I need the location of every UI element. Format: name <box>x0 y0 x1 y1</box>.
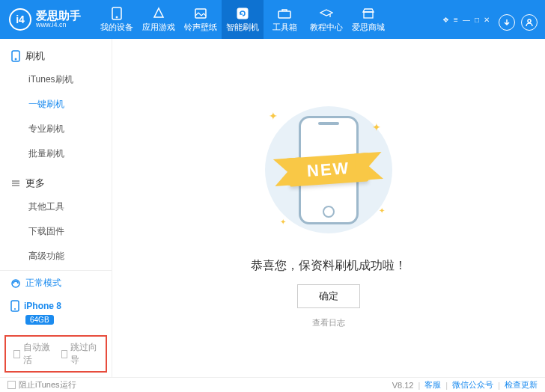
sidebar-head-flash[interactable]: 刷机 <box>0 45 112 67</box>
header: i4 爱思助手 www.i4.cn 我的设备 应用游戏 铃声壁纸 智能刷机 工具… <box>0 0 545 39</box>
sidebar-section-flash: 刷机 iTunes刷机 一键刷机 专业刷机 批量刷机 <box>0 45 112 166</box>
sidebar-item-onekey-flash[interactable]: 一键刷机 <box>0 92 112 117</box>
sidebar-head-more[interactable]: 更多 <box>0 172 112 195</box>
checkbox-icon <box>61 350 68 358</box>
nav-ringtones[interactable]: 铃声壁纸 <box>180 0 222 39</box>
support-link[interactable]: 客服 <box>424 379 441 391</box>
logo[interactable]: i4 爱思助手 www.i4.cn <box>0 8 90 31</box>
sidebar-item-advanced[interactable]: 高级功能 <box>0 244 112 269</box>
sidebar-section-more: 更多 其他工具 下载固件 高级功能 <box>0 172 112 269</box>
skip-guide-checkbox[interactable]: 跳过向导 <box>61 341 99 367</box>
success-message: 恭喜您，保资料刷机成功啦！ <box>251 258 407 274</box>
user-button[interactable] <box>521 14 538 31</box>
device-name: iPhone 8 <box>24 301 61 311</box>
sidebar-item-other-tools[interactable]: 其他工具 <box>0 195 112 219</box>
new-ribbon: NEW <box>288 153 369 186</box>
sidebar-item-download-firmware[interactable]: 下载固件 <box>0 219 112 244</box>
success-illustration: ✦ ✦ ✦ ✦ NEW <box>239 95 418 245</box>
close-icon[interactable]: ✕ <box>484 16 490 24</box>
svg-point-8 <box>15 58 16 60</box>
device-icon <box>10 300 19 312</box>
header-right: ❖ ≡ — □ ✕ <box>442 8 545 31</box>
mode-selector[interactable]: 正常模式 <box>0 271 112 295</box>
svg-point-14 <box>14 308 16 310</box>
svg-rect-4 <box>278 11 290 18</box>
menu-icon[interactable]: ≡ <box>454 16 458 24</box>
auto-activate-checkbox[interactable]: 自动激活 <box>13 341 51 367</box>
brand-url: www.i4.cn <box>36 22 81 29</box>
view-log-link[interactable]: 查看日志 <box>312 317 345 328</box>
sidebar: 刷机 iTunes刷机 一键刷机 专业刷机 批量刷机 更多 其他工具 下载固件 … <box>0 39 112 377</box>
maximize-icon[interactable]: □ <box>475 16 479 24</box>
main-content: ✦ ✦ ✦ ✦ NEW 恭喜您，保资料刷机成功啦！ 确定 查看日志 <box>112 39 545 377</box>
checkbox-icon <box>13 350 20 358</box>
logo-icon: i4 <box>9 8 31 31</box>
svg-rect-5 <box>364 12 373 18</box>
prevent-itunes-checkbox[interactable]: 阻止iTunes运行 <box>7 379 76 391</box>
sidebar-item-itunes-flash[interactable]: iTunes刷机 <box>0 67 112 92</box>
sidebar-bottom: 正常模式 iPhone 8 64GB 自动激活 跳过向导 <box>0 270 112 377</box>
toolbox-icon <box>278 7 291 20</box>
body: 刷机 iTunes刷机 一键刷机 专业刷机 批量刷机 更多 其他工具 下载固件 … <box>0 39 545 377</box>
nav-apps[interactable]: 应用游戏 <box>138 0 180 39</box>
device-info[interactable]: iPhone 8 64GB <box>0 295 112 332</box>
nav-toolbox[interactable]: 工具箱 <box>264 0 305 39</box>
download-button[interactable] <box>499 14 515 31</box>
nav-store[interactable]: 爱思商城 <box>347 0 389 39</box>
activation-options: 自动激活 跳过向导 <box>4 335 107 373</box>
nav-flash[interactable]: 智能刷机 <box>222 0 264 39</box>
store-icon <box>362 7 375 20</box>
phone-icon <box>110 7 124 20</box>
brand-name: 爱思助手 <box>36 10 81 22</box>
nav-tutorials[interactable]: 教程中心 <box>305 0 347 39</box>
svg-point-6 <box>528 19 531 22</box>
sidebar-item-batch-flash[interactable]: 批量刷机 <box>0 141 112 166</box>
graduation-icon <box>320 7 333 20</box>
footer: 阻止iTunes运行 V8.12 | 客服 | 微信公众号 | 检查更新 <box>0 377 545 392</box>
sidebar-item-pro-flash[interactable]: 专业刷机 <box>0 117 112 141</box>
settings-icon[interactable]: ❖ <box>442 16 449 24</box>
image-icon <box>194 7 207 20</box>
svg-point-1 <box>116 16 118 18</box>
wechat-link[interactable]: 微信公众号 <box>452 379 493 391</box>
svg-rect-3 <box>237 8 248 19</box>
refresh-icon <box>236 7 249 20</box>
apps-icon <box>152 7 165 20</box>
nav-my-device[interactable]: 我的设备 <box>96 0 138 39</box>
checkbox-icon <box>7 381 16 389</box>
confirm-button[interactable]: 确定 <box>297 284 360 308</box>
svg-rect-2 <box>195 9 206 18</box>
window-controls: ❖ ≡ — □ ✕ <box>442 16 490 24</box>
version-label: V8.12 <box>392 381 414 390</box>
storage-badge: 64GB <box>25 315 54 325</box>
minimize-icon[interactable]: — <box>463 16 470 24</box>
nav-bar: 我的设备 应用游戏 铃声壁纸 智能刷机 工具箱 教程中心 爱思商城 <box>96 0 389 39</box>
update-link[interactable]: 检查更新 <box>505 379 538 391</box>
